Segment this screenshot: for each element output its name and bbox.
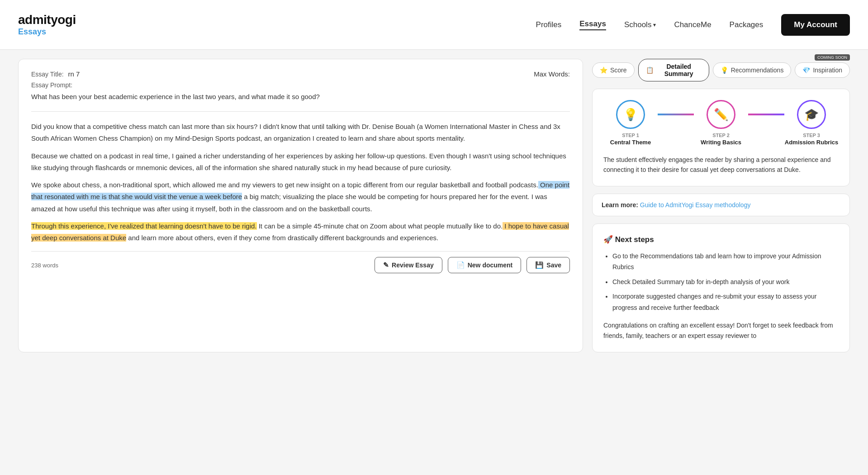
- header: admityogi Essays Profiles Essays Schools…: [0, 0, 868, 50]
- essay-title-label: Essay Title:: [31, 71, 64, 78]
- essay-maxwords: Max Words:: [534, 70, 570, 78]
- inspiration-icon: 💎: [802, 66, 810, 74]
- next-steps-title: 🚀 Next steps: [603, 235, 839, 244]
- essay-prompt-row: Essay Prompt: What has been your best ac…: [31, 81, 570, 102]
- essay-title-row: Essay Title: rn 7 Max Words:: [31, 70, 570, 78]
- coming-soon-badge: COMING SOON: [815, 54, 850, 61]
- connector-1-2: [658, 114, 694, 115]
- review-essay-button[interactable]: ✎ Review Essay: [375, 257, 442, 273]
- step-3-label: Admission Rubrics: [785, 139, 838, 146]
- new-document-button[interactable]: 📄 New document: [448, 257, 522, 273]
- essay-body: Did you know that a competitive chess ma…: [31, 121, 570, 244]
- nav-essays[interactable]: Essays: [579, 19, 606, 30]
- step-1: 💡 STEP 1 Central Theme: [603, 100, 658, 146]
- logo-brand: admityogi: [18, 13, 76, 27]
- tab-inspiration[interactable]: 💎 Inspiration: [795, 62, 850, 78]
- step-2-circle: ✏️: [707, 100, 735, 129]
- essay-paragraph-2: Because we chatted on a podcast in real …: [31, 150, 570, 174]
- steps-description: The student effectively engages the read…: [603, 155, 839, 175]
- nav-schools[interactable]: Schools ▾: [624, 20, 656, 29]
- logo: admityogi Essays: [18, 13, 76, 37]
- nav-packages[interactable]: Packages: [730, 20, 764, 29]
- learn-more-link[interactable]: Guide to AdmitYogi Essay methodology: [640, 201, 751, 209]
- step-1-num: STEP 1: [622, 133, 639, 138]
- step-3: 🎓 STEP 3 Admission Rubrics: [784, 100, 839, 146]
- essay-footer: 238 words ✎ Review Essay 📄 New document …: [31, 251, 570, 273]
- next-steps-list: Go to the Recommendations tab and learn …: [603, 251, 839, 314]
- my-account-button[interactable]: My Account: [781, 14, 850, 36]
- next-step-item-3: Incorporate suggested changes and re-sub…: [612, 291, 839, 313]
- step-3-circle: 🎓: [797, 100, 826, 129]
- essay-meta: Essay Title: rn 7 Max Words: Essay Promp…: [31, 70, 570, 112]
- essay-title-value: rn 7: [68, 70, 80, 78]
- essay-paragraph-1: Did you know that a competitive chess ma…: [31, 121, 570, 145]
- essay-p4-highlight-yellow: Through this experience, I've realized t…: [31, 222, 257, 230]
- step-1-label: Central Theme: [610, 139, 651, 146]
- step-2-num: STEP 2: [712, 133, 730, 138]
- essay-p4-mid: It can be a simple 45-minute chat on Zoo…: [257, 222, 503, 230]
- step-2: ✏️ STEP 2 Writing Basics: [694, 100, 748, 146]
- nav-chanceme[interactable]: ChanceMe: [674, 20, 711, 29]
- chevron-down-icon: ▾: [653, 22, 656, 28]
- next-steps-congrats: Congratulations on crafting an excellent…: [603, 320, 839, 341]
- summary-icon: 📋: [646, 66, 654, 74]
- connector-2-3: [748, 114, 784, 115]
- steps-card: 💡 STEP 1 Central Theme ✏️ STEP 2 Writing…: [592, 89, 850, 186]
- essay-paragraph-3: We spoke about chess, a non-traditional …: [31, 179, 570, 215]
- next-step-item-1: Go to the Recommendations tab and learn …: [612, 251, 839, 273]
- essay-panel: Essay Title: rn 7 Max Words: Essay Promp…: [18, 59, 583, 352]
- tab-bar: ⭐ Score 📋 Detailed Summary 💡 Recommendat…: [592, 59, 850, 81]
- essay-p3-normal: We spoke about chess, a non-traditional …: [31, 181, 538, 189]
- tab-inspiration-wrap: COMING SOON 💎 Inspiration: [795, 62, 850, 78]
- step-2-label: Writing Basics: [701, 139, 741, 146]
- essay-p4-end: and learn more about others, even if the…: [126, 234, 438, 242]
- essay-paragraph-4: Through this experience, I've realized t…: [31, 220, 570, 244]
- score-icon: ⭐: [600, 66, 607, 74]
- word-count: 238 words: [31, 262, 58, 269]
- next-step-item-2: Check Detailed Summary tab for in-depth …: [612, 276, 839, 288]
- nav-profiles[interactable]: Profiles: [536, 20, 562, 29]
- logo-product: Essays: [18, 27, 76, 37]
- learn-more-card: Learn more: Guide to AdmitYogi Essay met…: [592, 194, 850, 216]
- tab-score[interactable]: ⭐ Score: [592, 62, 635, 78]
- tab-detailed-summary[interactable]: 📋 Detailed Summary: [638, 59, 709, 81]
- learn-more-label: Learn more:: [602, 201, 638, 209]
- main-nav: Profiles Essays Schools ▾ ChanceMe Packa…: [536, 14, 850, 36]
- save-icon: 💾: [535, 261, 544, 269]
- new-document-icon: 📄: [456, 261, 465, 269]
- save-button[interactable]: 💾 Save: [526, 257, 570, 273]
- step-1-circle: 💡: [616, 100, 645, 129]
- essay-prompt-text: What has been your best academic experie…: [31, 91, 570, 102]
- next-steps-card: 🚀 Next steps Go to the Recommendations t…: [592, 223, 850, 353]
- right-panel: ⭐ Score 📋 Detailed Summary 💡 Recommendat…: [592, 59, 850, 352]
- step-3-num: STEP 3: [803, 133, 820, 138]
- essay-prompt-label: Essay Prompt:: [31, 81, 570, 89]
- main-layout: Essay Title: rn 7 Max Words: Essay Promp…: [0, 50, 868, 361]
- tab-recommendations[interactable]: 💡 Recommendations: [713, 62, 792, 78]
- review-essay-icon: ✎: [383, 261, 389, 269]
- recommendations-icon: 💡: [721, 66, 728, 74]
- steps-row: 💡 STEP 1 Central Theme ✏️ STEP 2 Writing…: [603, 100, 839, 146]
